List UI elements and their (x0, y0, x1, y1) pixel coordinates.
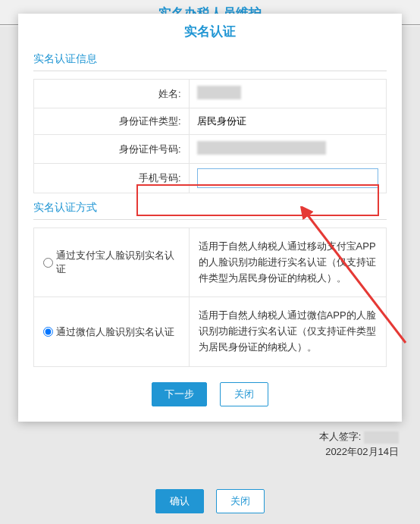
signature-label: 本人签字: (319, 430, 362, 444)
info-form-table: 姓名: 身份证件类型: 居民身份证 身份证件号码: 手机号码: (33, 79, 387, 193)
id-type-value: 居民身份证 (189, 108, 386, 135)
method-alipay-desc: 适用于自然人纳税人通过移动支付宝APP的人脸识别功能进行实名认证（仅支持证件类型… (189, 228, 386, 297)
modal-title: 实名认证 (18, 14, 402, 52)
next-button[interactable]: 下一步 (152, 382, 207, 406)
section-method-title: 实名认证方式 (33, 201, 387, 220)
signature-date: 2022年02月14日 (319, 445, 399, 459)
realname-auth-modal: 实名认证 实名认证信息 姓名: 身份证件类型: 居民身份证 身份证件号码: 手机… (18, 14, 402, 422)
bg-close-button[interactable]: 关闭 (216, 489, 265, 513)
name-label: 姓名: (34, 80, 190, 108)
method-alipay-label: 通过支付宝人脸识别实名认证 (56, 249, 180, 276)
method-alipay-radio[interactable] (43, 258, 53, 268)
id-number-value (189, 135, 386, 164)
phone-input[interactable] (197, 168, 378, 188)
method-wechat-radio[interactable] (43, 327, 53, 337)
method-table: 通过支付宝人脸识别实名认证 适用于自然人纳税人通过移动支付宝APP的人脸识别功能… (33, 227, 387, 367)
id-number-label: 身份证件号码: (34, 135, 190, 164)
method-wechat-desc: 适用于自然人纳税人通过微信APP的人脸识别功能进行实名认证（仅支持证件类型为居民… (189, 297, 386, 366)
id-type-label: 身份证件类型: (34, 108, 190, 135)
bg-confirm-button[interactable]: 确认 (155, 489, 204, 513)
method-alipay-option[interactable]: 通过支付宝人脸识别实名认证 (43, 249, 180, 276)
method-wechat-label: 通过微信人脸识别实名认证 (56, 325, 174, 339)
modal-close-button[interactable]: 关闭 (220, 382, 268, 406)
phone-label: 手机号码: (34, 164, 190, 193)
section-info-title: 实名认证信息 (33, 52, 387, 71)
signature-value-redacted (364, 431, 399, 444)
name-value (189, 80, 386, 108)
signature-block: 本人签字: 2022年02月14日 (319, 430, 399, 459)
method-wechat-option[interactable]: 通过微信人脸识别实名认证 (43, 325, 180, 339)
